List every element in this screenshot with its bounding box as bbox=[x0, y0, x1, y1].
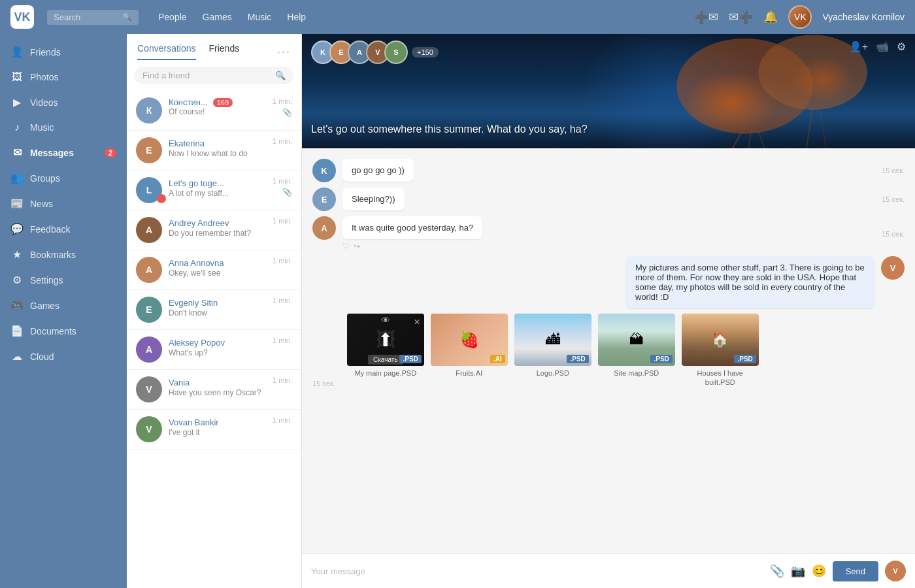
sidebar-item-settings[interactable]: ⚙ Settings bbox=[0, 267, 127, 293]
sidebar-label-games: Games bbox=[30, 301, 59, 311]
conversation-item[interactable]: V Vania Have you seen my Oscar? 1 min. bbox=[127, 370, 301, 410]
chat-area: K E A V S +150 👤+ 📹 ⚙ Let's go out somew… bbox=[302, 34, 915, 588]
file-type-badge: .PSD bbox=[399, 355, 421, 363]
find-friend-input[interactable] bbox=[142, 71, 270, 80]
conv-meta: 1 min. bbox=[273, 297, 292, 304]
nav-help[interactable]: Help bbox=[287, 12, 306, 22]
top-navigation: VK 🔍 People Games Music Help ➕✉ ✉➕ 🔔 VK … bbox=[0, 0, 915, 34]
conv-name: Ekaterina bbox=[169, 139, 205, 148]
sidebar-item-friends[interactable]: 👤 Friends bbox=[0, 39, 127, 65]
nav-people[interactable]: People bbox=[158, 12, 187, 22]
find-friend-box[interactable]: 🔍 bbox=[135, 67, 293, 84]
conversation-item[interactable]: A Anna Annovna Okey, we'll see 1 min. bbox=[127, 250, 301, 290]
conv-preview: Okey, we'll see bbox=[169, 269, 266, 278]
games-icon: 🎮 bbox=[10, 299, 24, 312]
conv-time: 1 min. bbox=[273, 376, 292, 384]
conversation-item[interactable]: A Aleksey Popov What's up? 1 min. bbox=[127, 330, 301, 370]
search-box[interactable]: 🔍 bbox=[47, 10, 139, 25]
conv-name: Aleksey Popov bbox=[169, 338, 225, 348]
user-avatar[interactable]: VK bbox=[788, 5, 812, 29]
conversation-item[interactable]: L Let's go toge... A lot of my staff... … bbox=[127, 171, 301, 210]
conv-info: Vovan Bankir I've got it bbox=[169, 416, 266, 437]
attach-icon[interactable]: 📎 bbox=[770, 564, 784, 578]
conversation-list: К Констин... 169 Of course! 1 min. 📎 E bbox=[127, 91, 301, 588]
conversation-item[interactable]: V Vovan Bankir I've got it 1 min. bbox=[127, 410, 301, 449]
conv-preview: Of course! bbox=[169, 107, 266, 116]
sidebar-item-feedback[interactable]: 💬 Feedback bbox=[0, 216, 127, 242]
camera-icon[interactable]: 📷 bbox=[791, 564, 805, 578]
sidebar-item-bookmarks[interactable]: ★ Bookmarks bbox=[0, 242, 127, 267]
sidebar-item-groups[interactable]: 👥 Groups bbox=[0, 165, 127, 191]
add-friend-icon[interactable]: ➕✉ bbox=[694, 10, 718, 24]
chat-input-area: 📎 📷 😊 Send V bbox=[302, 553, 915, 588]
file-card[interactable]: 🏙 .PSD Logo.PSD bbox=[514, 314, 591, 387]
conv-avatar: A bbox=[136, 257, 162, 283]
chat-settings-icon[interactable]: ⚙ bbox=[897, 41, 906, 53]
news-icon: 📰 bbox=[10, 197, 24, 210]
cloud-icon: ☁ bbox=[10, 350, 24, 363]
username-label[interactable]: Vyacheslav Kornilov bbox=[822, 12, 905, 22]
conv-name: Anna Annovna bbox=[169, 258, 224, 268]
conv-info: Констин... 169 Of course! bbox=[169, 97, 266, 116]
conv-meta: 1 min. bbox=[273, 376, 292, 384]
tab-conversations[interactable]: Conversations bbox=[137, 43, 196, 60]
conv-preview: I've got it bbox=[169, 428, 266, 437]
sidebar-label-cloud: Cloud bbox=[30, 351, 54, 362]
notification-icon[interactable]: 🔔 bbox=[763, 10, 778, 24]
conv-name: Evgeniy Sitin bbox=[169, 298, 218, 308]
outgoing-bubble: My pictures and some other stuff, part 3… bbox=[626, 256, 874, 308]
video-call-icon[interactable]: 📹 bbox=[876, 41, 889, 53]
forward-action[interactable]: ↪ bbox=[354, 242, 360, 251]
message-avatar: E bbox=[312, 188, 336, 211]
add-participant-icon[interactable]: 👤+ bbox=[849, 41, 868, 53]
conv-avatar: К bbox=[136, 97, 162, 123]
sidebar-item-photos[interactable]: 🖼 Photos bbox=[0, 65, 127, 90]
svg-line-5 bbox=[806, 106, 812, 148]
search-input[interactable] bbox=[54, 12, 120, 22]
conversations-more-button[interactable]: ··· bbox=[277, 45, 291, 59]
emoji-icon[interactable]: 😊 bbox=[812, 564, 826, 578]
conversations-header: Conversations Friends ··· bbox=[127, 34, 301, 60]
sidebar-item-games[interactable]: 🎮 Games bbox=[0, 293, 127, 318]
sidebar-item-documents[interactable]: 📄 Documents bbox=[0, 318, 127, 344]
file-card[interactable]: 🏠 .PSD Houses I have built.PSD bbox=[682, 314, 759, 387]
conversation-item[interactable]: A Andrey Andreev Do you remember that? 1… bbox=[127, 210, 301, 250]
conversations-panel: Conversations Friends ··· 🔍 К Констин...… bbox=[127, 34, 302, 588]
sidebar-item-messages[interactable]: ✉ Messages 2 bbox=[0, 140, 127, 165]
file-card[interactable]: 🖼 👁 ⬆ Скачать .PSD ✕ My main p bbox=[347, 314, 424, 387]
sidebar-label-music: Music bbox=[30, 122, 54, 133]
file-name: Fruits.AI bbox=[431, 368, 508, 378]
file-thumbnail: 🖼 👁 ⬆ Скачать .PSD ✕ bbox=[347, 314, 424, 366]
file-type-badge: .PSD bbox=[650, 355, 672, 363]
conv-time: 1 min. bbox=[273, 217, 292, 225]
file-card[interactable]: 🍓 .AI Fruits.AI bbox=[431, 314, 508, 387]
conv-meta: 1 min. bbox=[273, 336, 292, 344]
sidebar-item-news[interactable]: 📰 News bbox=[0, 191, 127, 216]
sidebar-item-cloud[interactable]: ☁ Cloud bbox=[0, 344, 127, 369]
settings-icon: ⚙ bbox=[10, 274, 24, 286]
message-bubble: go go go go )) bbox=[342, 159, 414, 182]
message-compose-icon[interactable]: ✉➕ bbox=[729, 10, 753, 24]
sidebar-item-music[interactable]: ♪ Music bbox=[0, 115, 127, 140]
file-overlay: 👁 ⬆ Скачать .PSD bbox=[347, 314, 424, 366]
sidebar-label-videos: Videos bbox=[30, 97, 58, 108]
sidebar-item-videos[interactable]: ▶ Videos bbox=[0, 90, 127, 115]
send-button[interactable]: Send bbox=[833, 561, 878, 581]
conv-info: Vania Have you seen my Oscar? bbox=[169, 376, 266, 397]
feedback-icon: 💬 bbox=[10, 223, 24, 235]
conversation-item[interactable]: К Констин... 169 Of course! 1 min. 📎 bbox=[127, 91, 301, 131]
conv-avatar: E bbox=[136, 297, 162, 323]
file-type-badge: .PSD bbox=[567, 355, 588, 363]
conversation-item[interactable]: E Evgeniy Sitin Don't know 1 min. bbox=[127, 290, 301, 330]
file-card[interactable]: 🏔 .PSD Site map.PSD bbox=[598, 314, 675, 387]
like-action[interactable]: ♡ bbox=[342, 242, 350, 251]
nav-games[interactable]: Games bbox=[203, 12, 232, 22]
message-actions: ♡ ↪ bbox=[342, 242, 482, 251]
conv-badge: 169 bbox=[213, 98, 233, 107]
conversation-item[interactable]: E Ekaterina Now I know what to do 1 min. bbox=[127, 131, 301, 171]
tab-friends[interactable]: Friends bbox=[209, 43, 240, 60]
close-icon[interactable]: ✕ bbox=[414, 318, 420, 327]
conv-info: Let's go toge... A lot of my staff... bbox=[169, 177, 266, 198]
nav-music[interactable]: Music bbox=[248, 12, 272, 22]
message-input[interactable] bbox=[311, 566, 763, 576]
